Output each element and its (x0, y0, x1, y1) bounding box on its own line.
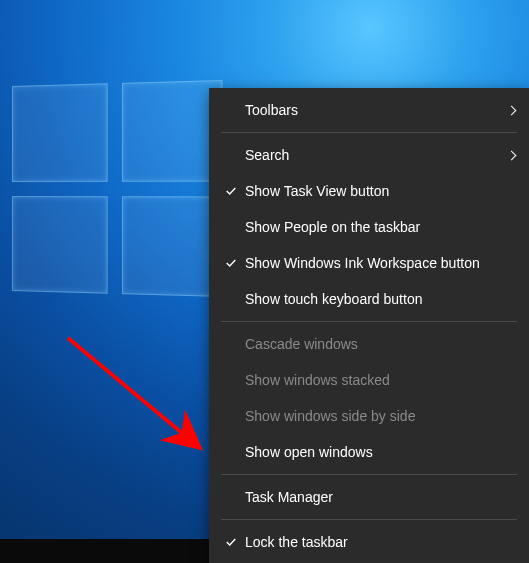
menu-divider (221, 321, 517, 322)
windows-logo (12, 80, 223, 297)
menu-item-label: Search (243, 147, 501, 163)
menu-item-label: Cascade windows (243, 336, 515, 352)
menu-item-show-side-by-side: Show windows side by side (209, 398, 529, 434)
menu-item-show-task-view[interactable]: Show Task View button (209, 173, 529, 209)
menu-item-label: Show windows side by side (243, 408, 515, 424)
menu-item-lock-taskbar[interactable]: Lock the taskbar (209, 524, 529, 560)
check-icon (219, 536, 243, 548)
taskbar-context-menu: Toolbars Search Show Task View button Sh… (209, 88, 529, 563)
menu-item-label: Show People on the taskbar (243, 219, 515, 235)
menu-item-show-people[interactable]: Show People on the taskbar (209, 209, 529, 245)
menu-item-label: Show windows stacked (243, 372, 515, 388)
menu-divider (221, 132, 517, 133)
menu-item-label: Show Task View button (243, 183, 515, 199)
menu-item-label: Lock the taskbar (243, 534, 515, 550)
chevron-right-icon (501, 152, 515, 159)
menu-item-cascade-windows: Cascade windows (209, 326, 529, 362)
menu-divider (221, 519, 517, 520)
menu-item-label: Toolbars (243, 102, 501, 118)
chevron-right-icon (501, 107, 515, 114)
menu-item-show-ink-workspace[interactable]: Show Windows Ink Workspace button (209, 245, 529, 281)
menu-item-task-manager[interactable]: Task Manager (209, 479, 529, 515)
check-icon (219, 185, 243, 197)
menu-item-toolbars[interactable]: Toolbars (209, 92, 529, 128)
menu-item-search[interactable]: Search (209, 137, 529, 173)
check-icon (219, 257, 243, 269)
menu-item-label: Show touch keyboard button (243, 291, 515, 307)
menu-item-show-touch-keyboard[interactable]: Show touch keyboard button (209, 281, 529, 317)
menu-item-show-stacked: Show windows stacked (209, 362, 529, 398)
menu-item-label: Show open windows (243, 444, 515, 460)
menu-item-label: Task Manager (243, 489, 515, 505)
menu-item-show-open-windows[interactable]: Show open windows (209, 434, 529, 470)
menu-item-label: Show Windows Ink Workspace button (243, 255, 515, 271)
menu-divider (221, 474, 517, 475)
